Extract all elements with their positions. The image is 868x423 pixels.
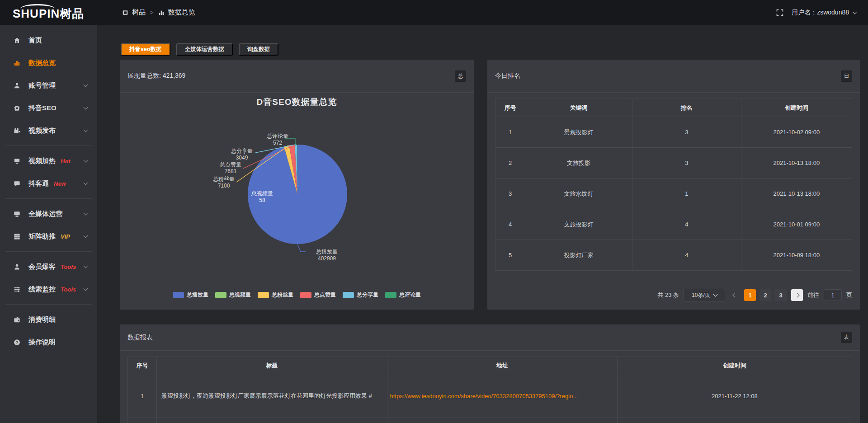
pie-label-videos: 总视频量58 (235, 190, 289, 204)
user-menu[interactable]: 用户名：zswodun88 (792, 9, 856, 17)
day-badge-button[interactable]: 日 (841, 70, 852, 82)
report-table-wrap: 序号标题地址创建时间 1景观投影灯，夜游景观投影灯厂家展示展示落花灯在花园里的灯… (120, 351, 860, 423)
sidebar-item-video-publish[interactable]: 视频发布 (0, 119, 97, 142)
ranking-cell: 2021-10-01 09:00 (741, 209, 852, 240)
report-column-header: 创建时间 (617, 357, 852, 374)
breadcrumb-current: 数据总览 (168, 8, 195, 17)
legend-swatch (385, 292, 396, 298)
wallet-icon (14, 316, 23, 323)
legend-swatch (215, 292, 226, 298)
sidebar-item-instructions[interactable]: ?操作说明 (0, 331, 97, 353)
sidebar-item-data-overview[interactable]: 数据总览 (0, 52, 97, 74)
chevron-down-icon (84, 264, 88, 268)
legend-item-4[interactable]: 总分享量 (343, 291, 378, 299)
legend-label: 总播放量 (187, 291, 208, 299)
legend-label: 总分享量 (357, 291, 378, 299)
report-table-row[interactable]: 1景观投影灯，夜游景观投影灯厂家展示展示落花灯在花园里的灯光投影应用效果 #ht… (128, 374, 852, 418)
next-page-button[interactable] (791, 289, 803, 301)
ranking-table-row[interactable]: 3文旅水纹灯12021-10-13 18:00 (495, 179, 852, 209)
sidebar-item-label: 会员爆客 (28, 263, 56, 271)
ranking-table-row[interactable]: 2文旅投影32021-10-13 18:00 (495, 148, 852, 179)
ranking-cell: 投影灯厂家 (525, 240, 632, 271)
top-header: SHUPIN树品 树品 > 数据总览 用户名：zswodun88 (0, 0, 868, 25)
sidebar-item-lead-monitor[interactable]: 线索监控Tools (0, 278, 97, 301)
tab-media-ops-data[interactable]: 全媒体运营数据 (176, 43, 233, 56)
sidebar-item-home[interactable]: 首页 (0, 29, 97, 52)
sidebar: 首页数据总览账号管理抖音SEO视频发布视频加热Hot抖客通New全媒体运营矩阵助… (0, 25, 97, 423)
user-icon (14, 82, 23, 89)
video-link[interactable]: https://www.iesdouyin.com/share/video/70… (390, 393, 578, 400)
ranking-table-row[interactable]: 5投影灯厂家42021-10-09 18:00 (495, 240, 852, 271)
ranking-cell: 2021-10-09 18:00 (741, 240, 852, 271)
main-content: 抖音seo数据全媒体运营数据询盘数据 展现量总数: 421,369 总 D音SE… (97, 25, 868, 423)
sidebar-item-badge: Tools (61, 263, 76, 270)
ranking-cell: 文旅投影灯 (525, 209, 632, 240)
page-size-select[interactable]: 10条/页 (684, 289, 725, 301)
report-column-header: 标题 (157, 357, 387, 374)
sidebar-item-badge: VIP (61, 233, 70, 240)
goto-label: 前往 (807, 291, 819, 299)
sidebar-item-label: 线索监控 (28, 285, 56, 294)
ranking-column-header: 关键词 (525, 99, 632, 117)
fullscreen-icon[interactable] (776, 9, 783, 16)
logo-text-cn: 树品 (60, 7, 84, 20)
header-right: 用户名：zswodun88 (776, 9, 868, 17)
sidebar-item-member-marketing[interactable]: 会员爆客Tools (0, 255, 97, 278)
overview-panel: 展现量总数: 421,369 总 D音SEO数据量总览 总评论量572 总分享量… (120, 60, 474, 310)
report-panel-title: 数据报表 (127, 334, 153, 342)
ranking-panel: 今日排名 日 序号关键词排名创建时间 1景观投影灯32021-10-02 09:… (487, 60, 860, 310)
legend-label: 总视频量 (229, 291, 251, 299)
person-icon (14, 263, 23, 270)
ranking-table-row[interactable]: 1景观投影灯32021-10-02 09:00 (495, 117, 852, 148)
ranking-column-header: 创建时间 (741, 99, 852, 117)
legend-item-1[interactable]: 总视频量 (215, 291, 251, 299)
sidebar-item-account-management[interactable]: 账号管理 (0, 74, 97, 97)
chevron-down-icon (84, 234, 88, 238)
sidebar-item-douketong[interactable]: 抖客通New (0, 172, 97, 195)
legend-swatch (300, 292, 311, 298)
ranking-cell: 4 (495, 209, 525, 240)
chevron-down-icon (84, 211, 88, 216)
ranking-cell: 文旅投影 (525, 148, 632, 179)
ranking-table-wrap: 序号关键词排名创建时间 1景观投影灯32021-10-02 09:002文旅投影… (487, 93, 860, 271)
sidebar-item-label: 视频加热 (28, 157, 56, 165)
tab-inquiry-data[interactable]: 询盘数据 (239, 43, 278, 56)
breadcrumb-root[interactable]: 树品 (132, 8, 146, 17)
report-cell-index: 1 (128, 374, 157, 418)
ranking-cell: 景观投影灯 (525, 117, 632, 148)
ranking-cell: 2021-10-02 09:00 (741, 117, 852, 148)
legend-item-0[interactable]: 总播放量 (173, 291, 208, 299)
ranking-table-row[interactable]: 4文旅投影灯42021-10-01 09:00 (495, 209, 852, 240)
report-table-header-row: 序号标题地址创建时间 (128, 357, 852, 374)
sidebar-item-media-operations[interactable]: 全媒体运营 (0, 202, 97, 225)
prev-page-button[interactable] (730, 289, 740, 301)
chevron-down-icon (713, 292, 717, 297)
ranking-table: 序号关键词排名创建时间 1景观投影灯32021-10-02 09:002文旅投影… (495, 99, 852, 271)
sidebar-item-matrix-boost[interactable]: 矩阵助推VIP (0, 225, 97, 248)
chevron-down-icon (84, 105, 88, 110)
chart-bars-icon (158, 9, 165, 16)
legend-item-5[interactable]: 总评论量 (385, 291, 421, 299)
sidebar-item-douyin-seo[interactable]: 抖音SEO (0, 97, 97, 119)
page-number-button[interactable]: 2 (760, 289, 771, 301)
data-tabs: 抖音seo数据全媒体运营数据询盘数据 (121, 43, 278, 56)
sidebar-item-video-heat[interactable]: 视频加热Hot (0, 150, 97, 172)
sidebar-item-label: 消费明细 (28, 315, 56, 324)
chevron-down-icon (84, 158, 88, 163)
sidebar-item-label: 视频发布 (28, 127, 56, 135)
ranking-cell: 2 (495, 148, 525, 179)
ranking-cell: 3 (632, 148, 741, 179)
sidebar-item-expense-details[interactable]: 消费明细 (0, 308, 97, 331)
tab-douyin-seo-data[interactable]: 抖音seo数据 (121, 43, 170, 56)
total-badge-button[interactable]: 总 (455, 70, 466, 82)
legend-swatch (258, 292, 269, 298)
page-number-button[interactable]: 1 (744, 289, 756, 301)
legend-item-3[interactable]: 总点赞量 (300, 291, 336, 299)
breadcrumb: 树品 > 数据总览 (122, 8, 195, 17)
table-badge-button[interactable]: 表 (841, 332, 852, 343)
legend-item-2[interactable]: 总粉丝量 (258, 291, 293, 299)
page-number-button[interactable]: 3 (775, 289, 787, 301)
sidebar-item-label: 账号管理 (28, 81, 56, 90)
goto-page-input[interactable] (824, 289, 842, 301)
impressions-total-label: 展现量总数: 421,369 (127, 72, 185, 80)
